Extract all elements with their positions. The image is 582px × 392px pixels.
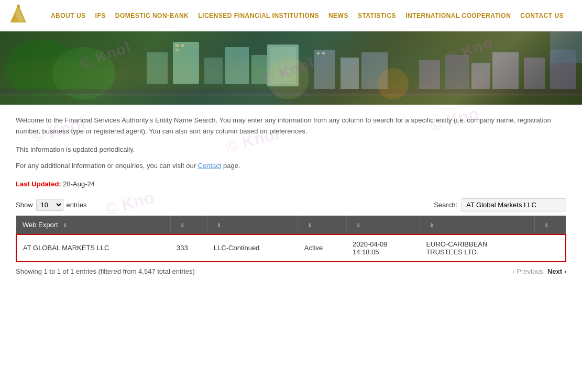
nav-link-licensed-fi[interactable]: LICENSED FINANCIAL INSTITUTIONS (198, 12, 319, 19)
nav-link-contact-us[interactable]: CONTACT US (520, 12, 564, 19)
entries-select[interactable]: 102550100 (36, 199, 63, 211)
navigation: ABOUT USIFSDOMESTIC NON-BANKLICENSED FIN… (0, 0, 582, 31)
nav-item-contact-us: CONTACT US (520, 12, 564, 19)
col-6[interactable]: ⇕ (420, 216, 534, 234)
nav-item-news: NEWS (328, 12, 348, 19)
table-cell-7 (534, 234, 566, 262)
table-cell-3: LLC-Continued (207, 234, 298, 262)
table-cell-5: 2020-04-0914:18:05 (346, 234, 420, 262)
col-2[interactable]: ⇕ (170, 216, 207, 234)
col-5[interactable]: ⇕ (346, 216, 420, 234)
svg-rect-31 (317, 52, 320, 54)
nav-item-licensed-fi: LICENSED FINANCIAL INSTITUTIONS (198, 12, 319, 19)
update-paragraph: This information is updated periodically… (16, 145, 566, 153)
nav-link-domestic-non-bank[interactable]: DOMESTIC NON-BANK (115, 12, 189, 19)
svg-rect-30 (175, 49, 179, 51)
svg-rect-17 (341, 58, 359, 89)
table-cell-2: 333 (170, 234, 207, 262)
logo[interactable] (5, 2, 31, 29)
table-row: AT GLOBAL MARKETS LLC333LLC-ContinuedAct… (16, 234, 566, 262)
svg-rect-29 (181, 44, 184, 47)
table-header-row: Web Export ⇕ ⇕ ⇕ ⇕ ⇕ ⇕ (16, 216, 566, 234)
sort-icon-1: ⇕ (63, 222, 67, 228)
col-4[interactable]: ⇕ (298, 216, 346, 234)
table-controls: Show 102550100 entries Search: (16, 198, 566, 211)
svg-rect-23 (471, 63, 490, 89)
main-content: © Knol © Knol © Kno © Kno Welcome to the… (0, 105, 582, 286)
nav-item-statistics: STATISTICS (358, 12, 396, 19)
enquiry-prefix: For any additional information or enquir… (16, 162, 198, 170)
svg-rect-28 (175, 44, 179, 47)
table-cell-1: AT GLOBAL MARKETS LLC (16, 234, 170, 262)
svg-point-19 (267, 58, 309, 99)
hero-banner: © Knol © Knol © Kno (0, 31, 582, 105)
svg-rect-27 (550, 31, 582, 63)
col-web-export-label: Web Export (23, 221, 58, 229)
nav-item-ifs: IFS (95, 12, 106, 19)
nav-link-statistics[interactable]: STATISTICS (358, 12, 396, 19)
sort-icon-2: ⇕ (180, 222, 184, 228)
sort-icon-3: ⇕ (217, 222, 221, 228)
sort-icon-4: ⇕ (308, 222, 312, 228)
search-input[interactable] (462, 198, 566, 211)
svg-rect-16 (314, 50, 335, 89)
entity-table: Web Export ⇕ ⇕ ⇕ ⇕ ⇕ ⇕ (16, 216, 566, 262)
sort-icon-7: ⇕ (544, 222, 548, 228)
pagination: ‹ Previous Next › (512, 267, 566, 275)
enquiry-paragraph: For any additional information or enquir… (16, 162, 566, 170)
svg-point-20 (377, 68, 409, 99)
contact-link[interactable]: Contact (198, 162, 222, 170)
entries-label: entries (67, 201, 87, 209)
last-updated-section: Last Updated: 28-Aug-24 (16, 180, 566, 188)
next-button[interactable]: Next › (547, 267, 566, 275)
previous-button[interactable]: ‹ Previous (512, 267, 543, 275)
svg-rect-8 (173, 42, 199, 84)
nav-item-intl-coop: INTERNATIONAL COOPERATION (405, 12, 511, 19)
enquiry-suffix: page. (221, 162, 240, 170)
col-web-export[interactable]: Web Export ⇕ (16, 216, 170, 234)
nav-item-about-us: ABOUT US (51, 12, 86, 19)
svg-rect-7 (147, 52, 168, 84)
show-entries-control: Show 102550100 entries (16, 199, 87, 211)
nav-link-news[interactable]: NEWS (328, 12, 348, 19)
search-label: Search: (434, 201, 457, 209)
search-box: Search: (434, 198, 566, 211)
last-updated-label: Last Updated: (16, 180, 61, 188)
nav-link-ifs[interactable]: IFS (95, 12, 106, 19)
col-7[interactable]: ⇕ (534, 216, 566, 234)
table-cell-4: Active (298, 234, 346, 262)
col-3[interactable]: ⇕ (207, 216, 298, 234)
intro-paragraph-1: Welcome to the Financial Services Author… (16, 115, 566, 137)
svg-point-3 (17, 5, 20, 8)
nav-link-intl-coop[interactable]: INTERNATIONAL COOPERATION (405, 12, 511, 19)
svg-rect-22 (445, 55, 469, 89)
svg-rect-9 (204, 58, 223, 84)
show-label: Show (16, 201, 33, 209)
svg-rect-32 (322, 52, 325, 54)
nav-item-domestic-non-bank: DOMESTIC NON-BANK (115, 12, 189, 19)
svg-rect-25 (524, 58, 545, 89)
table-info: Showing 1 to 1 of 1 entries (filtered fr… (16, 267, 195, 275)
table-footer: Showing 1 to 1 of 1 entries (filtered fr… (16, 267, 566, 275)
svg-rect-11 (251, 55, 267, 84)
nav-menu: ABOUT USIFSDOMESTIC NON-BANKLICENSED FIN… (38, 12, 577, 19)
nav-link-about-us[interactable]: ABOUT US (51, 12, 86, 19)
svg-rect-24 (492, 52, 519, 89)
sort-icon-5: ⇕ (356, 222, 360, 228)
last-updated-value: 28-Aug-24 (63, 180, 95, 188)
svg-rect-10 (225, 47, 249, 84)
sort-icon-6: ⇕ (430, 222, 434, 228)
svg-rect-21 (419, 60, 440, 89)
table-cell-6: EURO-CARIBBEANTRUSTEES LTD. (420, 234, 534, 262)
